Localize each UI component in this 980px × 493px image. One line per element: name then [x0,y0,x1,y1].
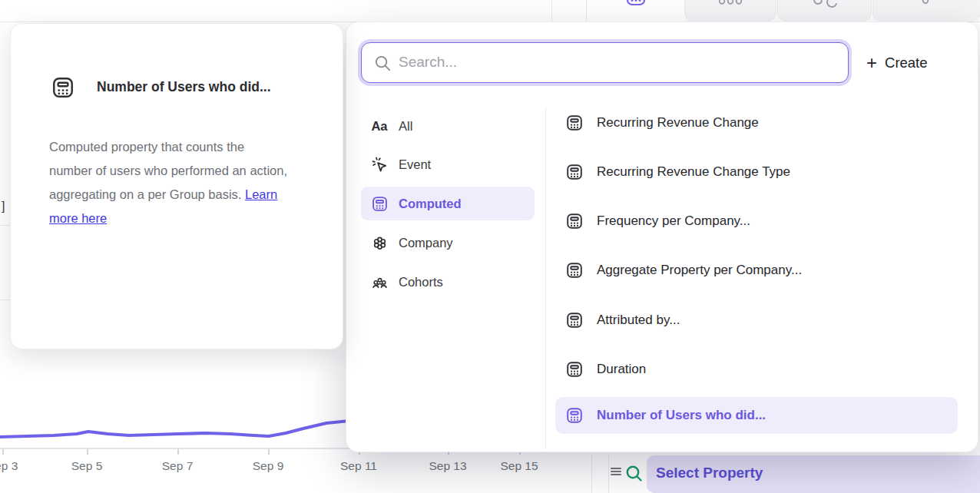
axis-label: Sep 11 [340,458,377,474]
calculator-icon [565,360,584,379]
category-label: Computed [399,197,462,211]
result-row[interactable]: Aggregate Property per Company... [555,252,958,289]
result-row[interactable]: Attributed by... [555,302,958,339]
result-label: Aggregate Property per Company... [597,263,802,278]
learn-more-link[interactable]: more here [49,211,107,225]
panel-divider [591,455,592,493]
plus-icon: + [866,51,877,74]
result-label: Recurring Revenue Change Type [597,164,790,180]
calculator-icon [565,114,584,132]
panel-divider [608,455,609,493]
line-chart [0,415,353,453]
search-input[interactable] [399,43,836,81]
calculator-icon [565,212,584,230]
tab-computed-view[interactable] [586,0,684,22]
aa-text-icon: Aa [370,117,389,135]
category-label: Company [399,236,453,250]
axis-label: Sep 13 [429,458,466,474]
category-computed[interactable]: Computed [361,187,535,220]
tooltip-title: Number of Users who did... [97,79,271,95]
result-label: Number of Users who did... [597,408,766,423]
app-root: Sep 3Sep 5Sep 7Sep 9Sep 11Sep 13Sep 15 ]… [0,0,980,493]
axis-label: Sep 9 [253,458,284,474]
category-cohorts[interactable]: Cohorts [361,265,535,299]
calculator-icon [565,261,584,280]
person-icon [921,0,930,5]
tab-retention-view[interactable] [777,0,872,22]
result-label: Recurring Revenue Change [597,115,759,131]
drag-handle-icon[interactable] [611,468,621,480]
calculator-icon [565,163,584,181]
select-property-field[interactable]: Select Property [647,455,980,493]
property-search-icon [624,464,644,484]
result-row[interactable]: Recurring Revenue Change Type [555,154,958,190]
learn-more-link[interactable]: Learn [245,187,277,201]
result-row[interactable]: Frequency per Company... [555,203,958,240]
result-row-selected[interactable]: Number of Users who did... [555,397,958,434]
axis-label: Sep 15 [500,458,538,474]
category-label: Cohorts [399,275,443,290]
left-panel-divider [0,299,10,300]
calculator-icon [51,75,75,100]
result-row[interactable]: Recurring Revenue Change [555,104,958,141]
magic-cursor-icon [370,155,389,174]
category-company[interactable]: Company [361,226,535,260]
category-all[interactable]: Aa All [361,109,535,143]
view-tab-bar [551,0,980,22]
axis-label: Sep 7 [162,458,194,474]
search-icon [374,55,392,72]
category-label: Event [399,157,431,172]
calculator-icon [565,311,584,329]
calculator-icon [625,0,647,8]
company-cluster-icon [370,233,389,252]
tooltip-description: Computed property that counts the number… [49,135,333,230]
calculator-icon [370,194,389,213]
tab-bar-chart-view[interactable] [684,0,776,22]
result-label: Frequency per Company... [597,213,750,229]
picker-divider [545,108,546,449]
result-row[interactable]: Duration [555,351,958,388]
axis-label: Sep 5 [71,458,103,474]
left-panel-text-fragment: ] [2,200,5,213]
curve-icon [811,0,839,8]
axis-label: Sep 3 [0,458,18,474]
tab-profile-view[interactable] [872,0,980,22]
left-panel-divider [0,225,10,226]
calculator-icon [565,406,584,425]
search-field[interactable] [361,42,849,83]
people-group-icon [370,273,389,291]
result-label: Attributed by... [597,313,680,328]
result-label: Duration [597,362,646,377]
category-event[interactable]: Event [361,147,535,181]
select-property-label: Select Property [656,465,763,481]
property-tooltip-card: Number of Users who did... Computed prop… [10,23,343,349]
create-button-label: Create [885,55,928,71]
create-button[interactable]: + Create [866,51,928,75]
circles-icon [717,0,745,7]
category-label: All [399,119,412,134]
